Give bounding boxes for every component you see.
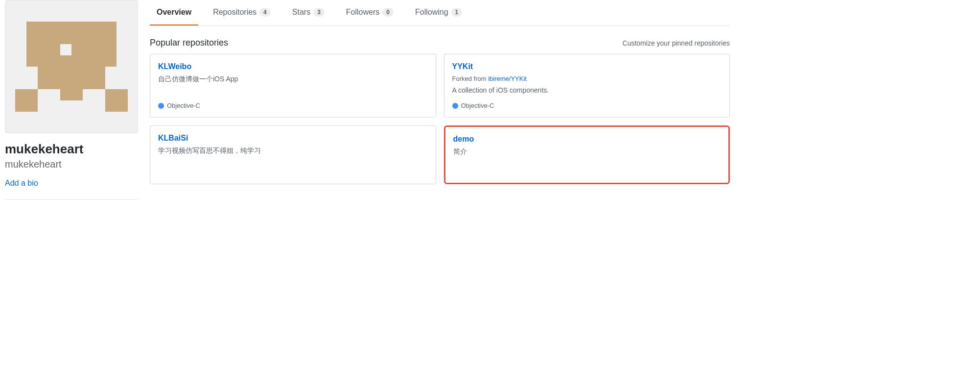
section-title: Popular repositories xyxy=(150,38,228,48)
tab-counter: 1 xyxy=(451,8,463,17)
svg-rect-7 xyxy=(15,89,38,112)
customize-pinned-link[interactable]: Customize your pinned repositories xyxy=(623,39,730,47)
tab-label: Stars xyxy=(292,8,310,17)
repo-card: KLBaiSi 学习视频仿写百思不得姐，纯学习 xyxy=(150,125,436,184)
tab-following[interactable]: Following 1 xyxy=(408,0,469,25)
add-bio-link[interactable]: Add a bio xyxy=(5,179,38,188)
tab-label: Following xyxy=(415,8,448,17)
repo-card: demo 简介 xyxy=(444,125,730,184)
repo-meta: Objective-C xyxy=(158,102,428,109)
repo-description: A collection of iOS components. xyxy=(452,86,722,94)
repo-meta: Objective-C xyxy=(452,102,722,109)
repo-description: 简介 xyxy=(453,147,721,167)
svg-rect-5 xyxy=(49,55,94,67)
profile-sidebar: mukekeheart mukekeheart Add a bio xyxy=(5,0,138,200)
avatar[interactable] xyxy=(5,0,138,133)
svg-rect-8 xyxy=(60,89,83,100)
pinned-repos-grid: KLWeibo 自己仿微博做一个iOS App Objective-C YYKi… xyxy=(150,54,730,184)
section-header: Popular repositories Customize your pinn… xyxy=(150,38,730,48)
svg-rect-1 xyxy=(26,22,49,67)
tab-overview[interactable]: Overview xyxy=(150,0,198,25)
language-dot-icon xyxy=(452,103,458,109)
tab-stars[interactable]: Stars 3 xyxy=(285,0,331,25)
tab-label: Overview xyxy=(157,8,191,17)
tab-counter: 4 xyxy=(259,8,271,17)
tab-repositories[interactable]: Repositories 4 xyxy=(206,0,278,25)
repo-description: 自己仿微博做一个iOS App xyxy=(158,75,428,94)
repo-name-link[interactable]: demo xyxy=(453,135,721,144)
svg-rect-2 xyxy=(94,22,117,67)
repo-language: Objective-C xyxy=(167,102,200,109)
tab-label: Repositories xyxy=(213,8,257,17)
tab-followers[interactable]: Followers 0 xyxy=(339,0,400,25)
svg-rect-4 xyxy=(71,44,94,55)
repo-description: 学习视频仿写百思不得姐，纯学习 xyxy=(158,146,428,168)
sidebar-divider xyxy=(5,199,138,200)
svg-rect-9 xyxy=(105,89,128,112)
svg-rect-6 xyxy=(38,67,105,89)
forked-source-link[interactable]: ibireme/YYKit xyxy=(488,75,527,82)
repo-name-link[interactable]: YYKit xyxy=(452,62,722,71)
tab-counter: 3 xyxy=(313,8,325,17)
tab-label: Followers xyxy=(346,8,379,17)
profile-username: mukekeheart xyxy=(5,157,138,171)
main-content: Overview Repositories 4 Stars 3 Follower… xyxy=(150,0,730,200)
svg-rect-3 xyxy=(49,44,60,55)
profile-tabs: Overview Repositories 4 Stars 3 Follower… xyxy=(150,0,730,26)
profile-display-name: mukekeheart xyxy=(5,141,138,157)
language-dot-icon xyxy=(158,103,164,109)
repo-card: YYKit Forked from ibireme/YYKit A collec… xyxy=(444,54,730,118)
repo-language: Objective-C xyxy=(461,102,494,109)
repo-forked-from: Forked from ibireme/YYKit xyxy=(452,75,722,82)
repo-name-link[interactable]: KLWeibo xyxy=(158,62,428,71)
repo-card: KLWeibo 自己仿微博做一个iOS App Objective-C xyxy=(150,54,436,118)
repo-name-link[interactable]: KLBaiSi xyxy=(158,134,428,143)
tab-counter: 0 xyxy=(382,8,394,17)
identicon-icon xyxy=(15,10,128,123)
